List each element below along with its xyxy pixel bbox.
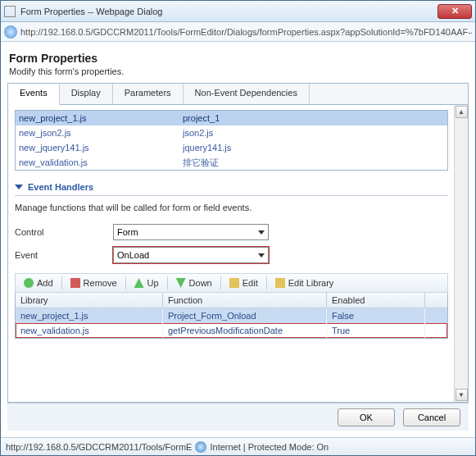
library-name: jquery141.js: [183, 143, 231, 153]
section-title: Event Handlers: [28, 182, 93, 192]
tab-parameters[interactable]: Parameters: [113, 84, 184, 104]
arrow-down-icon: [176, 278, 186, 288]
remove-icon: [70, 278, 80, 288]
library-file: new_project_1.js: [19, 113, 183, 123]
up-button[interactable]: Up: [129, 276, 164, 290]
pencil-icon: [229, 278, 239, 288]
library-name: json2.js: [183, 128, 213, 138]
tab-strip: Events Display Parameters Non-Event Depe…: [8, 84, 468, 105]
event-select[interactable]: OnLoad: [113, 247, 269, 263]
edit-button[interactable]: Edit: [224, 276, 263, 290]
scroll-down-button[interactable]: ▼: [456, 389, 468, 401]
title-bar: Form Properties -- Webpage Dialog ✕: [1, 1, 475, 22]
library-row[interactable]: new_project_1.js project_1: [16, 111, 447, 125]
dialog-button-bar: OK Cancel: [7, 403, 469, 431]
tab-events[interactable]: Events: [8, 84, 60, 105]
cancel-button[interactable]: Cancel: [403, 408, 460, 426]
page-subtitle: Modify this form's properties.: [9, 66, 467, 76]
handlers-grid: Library Function Enabled new_project_1.j…: [15, 293, 448, 339]
globe-icon: [195, 441, 206, 453]
library-row[interactable]: new_jquery141.js jquery141.js: [16, 140, 447, 155]
tab-non-event-dependencies[interactable]: Non-Event Dependencies: [184, 84, 310, 104]
dialog-window: Form Properties -- Webpage Dialog ✕ http…: [0, 0, 476, 456]
down-button[interactable]: Down: [171, 276, 217, 290]
col-enabled[interactable]: Enabled: [327, 293, 425, 308]
grid-row[interactable]: new_validation.js getPreviousModificatio…: [16, 323, 447, 338]
control-select[interactable]: Form: [113, 224, 269, 240]
control-value: Form: [117, 227, 138, 237]
arrow-up-icon: [134, 278, 144, 288]
event-handlers-section: Event Handlers Manage functions that wil…: [15, 182, 448, 339]
library-file: new_validation.js: [19, 157, 183, 167]
cell-library: new_project_1.js: [16, 308, 163, 323]
cell-enabled: True: [327, 323, 425, 338]
libraries-list[interactable]: new_project_1.js project_1 new_json2.js …: [15, 110, 448, 171]
section-description: Manage functions that will be called for…: [15, 203, 448, 212]
url-text: http://192.168.0.5/GDCCRM2011/Tools/Form…: [20, 27, 472, 37]
col-library[interactable]: Library: [16, 293, 163, 308]
window-title: Form Properties -- Webpage Dialog: [20, 7, 437, 16]
remove-button[interactable]: Remove: [66, 276, 122, 290]
client-area: Form Properties Modify this form's prope…: [1, 42, 475, 437]
edit-library-button[interactable]: Edit Library: [270, 276, 339, 290]
app-icon: [4, 6, 16, 17]
library-row[interactable]: new_json2.js json2.js: [16, 125, 447, 140]
chevron-down-icon: [258, 230, 265, 235]
col-function[interactable]: Function: [163, 293, 327, 308]
address-bar: http://192.168.0.5/GDCCRM2011/Tools/Form…: [1, 22, 475, 42]
ie-icon: [4, 25, 17, 39]
library-name: project_1: [183, 113, 220, 123]
section-header[interactable]: Event Handlers: [15, 182, 448, 196]
scroll-up-button[interactable]: ▲: [456, 106, 468, 118]
chevron-down-icon: [15, 185, 23, 189]
status-path: http://192.168.0.5/GDCCRM2011/Tools/Form…: [6, 442, 192, 452]
event-row: Event OnLoad: [15, 245, 448, 265]
page-header: Form Properties Modify this form's prope…: [7, 48, 469, 83]
library-file: new_json2.js: [19, 128, 183, 138]
handlers-toolbar: Add Remove Up Down Edit Edit Library: [15, 273, 448, 293]
close-button[interactable]: ✕: [437, 4, 472, 19]
tab-display[interactable]: Display: [60, 84, 113, 104]
control-row: Control Form: [15, 222, 448, 242]
library-file: new_jquery141.js: [19, 143, 183, 153]
cell-function: getPreviousModificationDate: [163, 323, 327, 338]
cell-function: Project_Form_Onload: [163, 308, 327, 323]
main-panel: Events Display Parameters Non-Event Depe…: [7, 83, 469, 403]
page-title: Form Properties: [9, 52, 467, 65]
library-name: 排它验证: [183, 157, 219, 169]
ok-button[interactable]: OK: [338, 408, 395, 426]
tab-content: new_project_1.js project_1 new_json2.js …: [8, 105, 468, 402]
chevron-down-icon: [258, 253, 265, 258]
add-button[interactable]: Add: [19, 276, 58, 290]
vertical-scrollbar[interactable]: ▲ ▼: [454, 105, 468, 402]
library-row[interactable]: new_validation.js 排它验证: [16, 155, 447, 170]
grid-header: Library Function Enabled: [16, 293, 447, 308]
cell-library: new_validation.js: [16, 323, 163, 338]
library-icon: [275, 278, 285, 288]
cell-enabled: False: [327, 308, 425, 323]
grid-row[interactable]: new_project_1.js Project_Form_Onload Fal…: [16, 308, 447, 323]
event-value: OnLoad: [117, 250, 149, 260]
status-zone: Internet | Protected Mode: On: [210, 442, 329, 452]
status-bar: http://192.168.0.5/GDCCRM2011/Tools/Form…: [1, 437, 475, 455]
plus-icon: [24, 278, 34, 288]
control-label: Control: [15, 227, 113, 237]
event-label: Event: [15, 250, 113, 260]
